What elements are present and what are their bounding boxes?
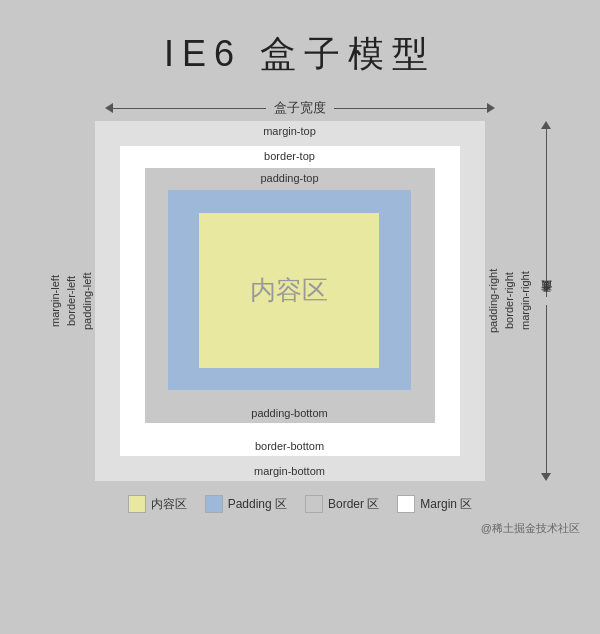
watermark: @稀土掘金技术社区 xyxy=(481,521,580,536)
main-row: margin-left border-left padding-left mar… xyxy=(47,121,554,481)
height-line-bottom xyxy=(546,305,547,473)
svg-marker-0 xyxy=(105,103,113,113)
margin-left-label: margin-left xyxy=(47,121,63,481)
page-title: IE6 盒子模型 xyxy=(164,30,436,79)
height-line-top xyxy=(546,129,547,297)
legend-swatch-margin xyxy=(397,495,415,513)
width-arrow-right xyxy=(487,103,495,113)
legend-content: 内容区 xyxy=(128,495,187,513)
legend-swatch-padding xyxy=(205,495,223,513)
border-right-label: border-right xyxy=(501,121,517,481)
svg-marker-3 xyxy=(541,473,551,481)
padding-right-label: padding-right xyxy=(485,121,501,481)
legend-label-padding: Padding 区 xyxy=(228,496,287,513)
left-labels: margin-left border-left padding-left xyxy=(47,121,95,481)
legend-padding: Padding 区 xyxy=(205,495,287,513)
width-indicator: 盒子宽度 xyxy=(105,99,495,117)
diagram-area: 盒子宽度 margin-left border-left padding-lef… xyxy=(20,99,580,513)
height-label: 盒子高度 xyxy=(539,297,554,305)
legend-border: Border 区 xyxy=(305,495,379,513)
border-bottom-label: border-bottom xyxy=(255,440,324,452)
margin-right-label: margin-right xyxy=(517,121,533,481)
legend-margin: Margin 区 xyxy=(397,495,472,513)
width-line-right xyxy=(334,108,487,109)
svg-marker-1 xyxy=(487,103,495,113)
content-label: 内容区 xyxy=(250,273,328,308)
padding-left-label: padding-left xyxy=(79,121,95,481)
padding-bottom-label: padding-bottom xyxy=(251,407,327,419)
border-top-label: border-top xyxy=(264,146,315,162)
width-line-left xyxy=(113,108,266,109)
right-labels: padding-right border-right margin-right xyxy=(485,121,533,481)
legend: 内容区 Padding 区 Border 区 Margin 区 xyxy=(128,495,473,513)
margin-bottom-label: margin-bottom xyxy=(254,465,325,477)
content-box: 内容区 xyxy=(199,213,379,368)
svg-marker-2 xyxy=(541,121,551,129)
legend-swatch-content xyxy=(128,495,146,513)
legend-swatch-border xyxy=(305,495,323,513)
legend-label-content: 内容区 xyxy=(151,496,187,513)
margin-top-label: margin-top xyxy=(263,125,316,137)
height-indicator: 盒子高度 xyxy=(539,121,554,481)
legend-label-margin: Margin 区 xyxy=(420,496,472,513)
border-left-label: border-left xyxy=(63,121,79,481)
box-outer: margin-top border-top padding-top 内容区 xyxy=(95,121,485,481)
legend-label-border: Border 区 xyxy=(328,496,379,513)
padding-top-label: padding-top xyxy=(260,168,318,184)
width-arrow-left xyxy=(105,103,113,113)
width-label: 盒子宽度 xyxy=(266,99,334,117)
